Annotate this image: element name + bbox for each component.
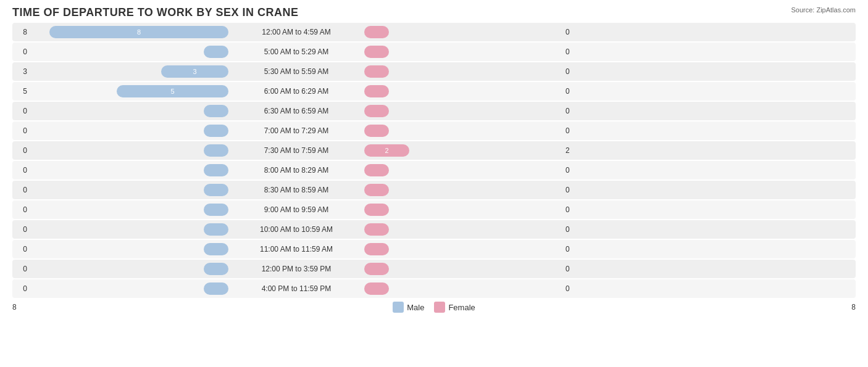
- female-bar-zero: [364, 105, 389, 117]
- male-bar: 8: [49, 26, 228, 38]
- table-row: 010:00 AM to 10:59 AM0: [12, 220, 856, 239]
- female-bar-zero: [364, 243, 389, 255]
- male-bar-zero: [204, 243, 228, 255]
- right-value: 0: [562, 205, 580, 214]
- time-range-label: 12:00 PM to 3:59 PM: [228, 265, 364, 273]
- male-bar: 3: [161, 65, 228, 78]
- male-bar-section: [31, 263, 228, 275]
- right-value: 0: [562, 47, 580, 56]
- female-bar-section: [364, 204, 562, 216]
- left-value: 0: [12, 245, 31, 254]
- left-value: 0: [12, 166, 31, 175]
- legend-male-box: [393, 302, 404, 313]
- chart-container: TIME OF DEPARTURE TO WORK BY SEX IN CRAN…: [0, 0, 868, 367]
- table-row: 05:00 AM to 5:29 AM0: [12, 43, 856, 61]
- male-bar-section: [31, 46, 228, 58]
- legend: Male Female: [393, 302, 475, 313]
- male-bar-section: [31, 223, 228, 236]
- female-bar-section: 2: [364, 144, 562, 157]
- male-bar-section: 8: [31, 26, 228, 38]
- male-bar-section: [31, 204, 228, 216]
- source-label: Source: ZipAtlas.com: [791, 6, 856, 14]
- left-value: 8: [12, 28, 31, 36]
- female-bar-zero: [364, 282, 389, 295]
- right-value: 2: [562, 146, 580, 155]
- left-value: 0: [12, 265, 31, 273]
- time-range-label: 11:00 AM to 11:59 AM: [228, 245, 364, 254]
- male-bar-zero: [204, 46, 228, 58]
- right-value: 0: [562, 265, 580, 273]
- table-row: 08:30 AM to 8:59 AM0: [12, 181, 856, 199]
- right-value: 0: [562, 87, 580, 96]
- right-value: 0: [562, 225, 580, 234]
- table-row: 556:00 AM to 6:29 AM0: [12, 82, 856, 101]
- time-range-label: 6:30 AM to 6:59 AM: [228, 107, 364, 115]
- female-bar-section: [364, 85, 562, 97]
- table-row: 335:30 AM to 5:59 AM0: [12, 62, 856, 81]
- male-bar-section: 3: [31, 65, 228, 78]
- female-bar-zero: [364, 125, 389, 137]
- left-value: 0: [12, 205, 31, 214]
- time-range-label: 8:30 AM to 8:59 AM: [228, 186, 364, 194]
- female-bar-zero: [364, 46, 389, 58]
- table-row: 06:30 AM to 6:59 AM0: [12, 102, 856, 120]
- male-bar-zero: [204, 105, 228, 117]
- male-bar-zero: [204, 263, 228, 275]
- left-value: 5: [12, 87, 31, 96]
- left-value: 0: [12, 225, 31, 234]
- chart-area: 8812:00 AM to 4:59 AM005:00 AM to 5:29 A…: [12, 23, 856, 298]
- left-value: 0: [12, 47, 31, 56]
- male-bar-section: [31, 282, 228, 295]
- female-bar-section: [364, 65, 562, 78]
- right-value: 0: [562, 126, 580, 135]
- male-bar-zero: [204, 164, 228, 176]
- female-bar-zero: [364, 204, 389, 216]
- female-bar-section: [364, 125, 562, 137]
- right-value: 0: [562, 166, 580, 175]
- female-bar-section: [364, 26, 562, 38]
- male-bar-zero: [204, 282, 228, 295]
- time-range-label: 12:00 AM to 4:59 AM: [228, 28, 364, 36]
- table-row: 04:00 PM to 11:59 PM0: [12, 279, 856, 298]
- male-bar-zero: [204, 223, 228, 236]
- female-bar-section: [364, 164, 562, 176]
- table-row: 07:00 AM to 7:29 AM0: [12, 122, 856, 140]
- female-bar-zero: [364, 184, 389, 196]
- female-bar-section: [364, 46, 562, 58]
- legend-female-label: Female: [448, 303, 475, 312]
- table-row: 011:00 AM to 11:59 AM0: [12, 240, 856, 258]
- female-bar-section: [364, 263, 562, 275]
- male-bar-zero: [204, 184, 228, 196]
- female-bar-zero: [364, 85, 389, 97]
- female-bar-zero: [364, 65, 389, 78]
- left-value: 0: [12, 146, 31, 155]
- male-bar-section: [31, 125, 228, 137]
- time-range-label: 9:00 AM to 9:59 AM: [228, 205, 364, 214]
- left-value: 3: [12, 67, 31, 76]
- female-bar-section: [364, 243, 562, 255]
- table-row: 012:00 PM to 3:59 PM0: [12, 260, 856, 278]
- male-bar: 5: [117, 85, 228, 97]
- left-value: 0: [12, 186, 31, 194]
- time-range-label: 7:30 AM to 7:59 AM: [228, 146, 364, 155]
- male-bar-section: [31, 184, 228, 196]
- male-bar-zero: [204, 144, 228, 157]
- time-range-label: 7:00 AM to 7:29 AM: [228, 126, 364, 135]
- male-bar-section: 5: [31, 85, 228, 97]
- female-bar-section: [364, 223, 562, 236]
- time-range-label: 6:00 AM to 6:29 AM: [228, 87, 364, 96]
- right-value: 0: [562, 245, 580, 254]
- female-bar-zero: [364, 223, 389, 236]
- male-bar-section: [31, 144, 228, 157]
- female-bar-section: [364, 184, 562, 196]
- left-value: 0: [12, 284, 31, 293]
- time-range-label: 5:00 AM to 5:29 AM: [228, 47, 364, 56]
- legend-female-box: [434, 302, 445, 313]
- legend-male-label: Male: [407, 303, 424, 312]
- left-value: 0: [12, 126, 31, 135]
- right-value: 0: [562, 67, 580, 76]
- chart-title: TIME OF DEPARTURE TO WORK BY SEX IN CRAN…: [12, 6, 856, 19]
- time-range-label: 8:00 AM to 8:29 AM: [228, 166, 364, 175]
- male-bar-zero: [204, 204, 228, 216]
- table-row: 09:00 AM to 9:59 AM0: [12, 200, 856, 219]
